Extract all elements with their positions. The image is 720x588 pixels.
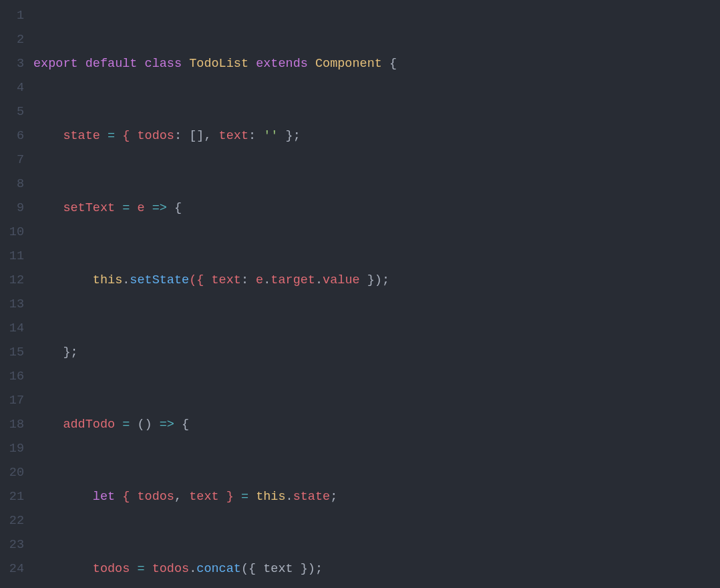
line-number: 21 (0, 485, 24, 509)
line-number: 18 (0, 413, 24, 437)
line-number: 14 (0, 317, 24, 341)
line-number-gutter: 1 2 3 4 5 6 7 8 9 10 11 12 13 14 15 16 1… (0, 4, 33, 588)
line-number: 4 (0, 76, 24, 100)
line-number: 20 (0, 461, 24, 485)
line-number: 11 (0, 245, 24, 269)
code-line: }; (33, 341, 720, 365)
line-number: 6 (0, 124, 24, 148)
line-number: 23 (0, 533, 24, 557)
code-content[interactable]: export default class TodoList extends Co… (33, 4, 720, 588)
line-number: 22 (0, 509, 24, 533)
line-number: 9 (0, 196, 24, 220)
line-number: 15 (0, 341, 24, 365)
code-line: setText = e => { (33, 196, 720, 220)
line-number: 16 (0, 365, 24, 389)
line-number: 10 (0, 220, 24, 245)
code-line: this.setState({ text: e.target.value }); (33, 269, 720, 293)
line-number: 17 (0, 389, 24, 413)
line-number: 12 (0, 269, 24, 293)
code-line: addTodo = () => { (33, 413, 720, 437)
line-number: 13 (0, 293, 24, 317)
line-number: 5 (0, 100, 24, 124)
line-number: 8 (0, 172, 24, 196)
code-line: export default class TodoList extends Co… (33, 52, 720, 76)
line-number: 24 (0, 557, 24, 581)
code-line: state = { todos: [], text: '' }; (33, 124, 720, 148)
line-number: 1 (0, 4, 24, 28)
line-number: 3 (0, 52, 24, 76)
code-editor[interactable]: 1 2 3 4 5 6 7 8 9 10 11 12 13 14 15 16 1… (0, 0, 720, 588)
code-line: todos = todos.concat({ text }); (33, 557, 720, 581)
line-number: 19 (0, 437, 24, 461)
line-number: 7 (0, 148, 24, 172)
code-line: let { todos, text } = this.state; (33, 485, 720, 509)
line-number: 2 (0, 28, 24, 52)
